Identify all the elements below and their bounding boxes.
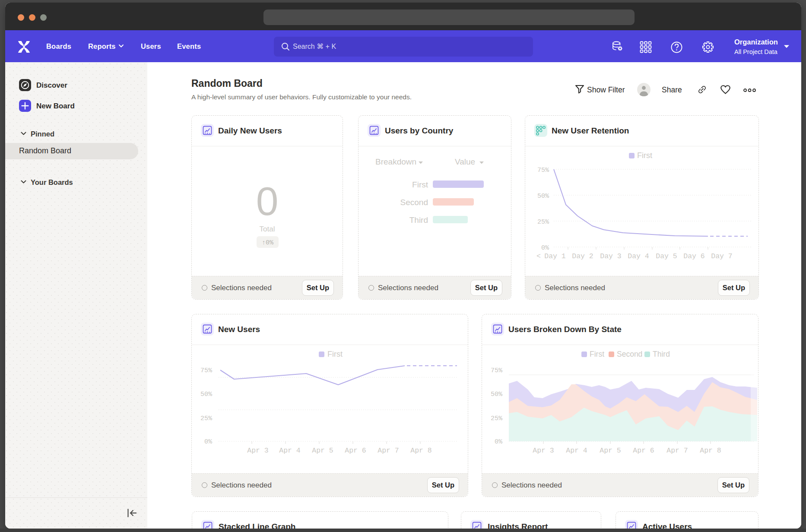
- svg-text:75%: 75%: [537, 167, 549, 174]
- svg-text:0%: 0%: [204, 438, 213, 446]
- svg-text:Apr 6: Apr 6: [345, 446, 366, 455]
- svg-text:<: <: [536, 252, 541, 260]
- svg-text:Day 3: Day 3: [600, 252, 622, 260]
- svg-text:0%: 0%: [495, 438, 503, 446]
- svg-text:Apr 7: Apr 7: [378, 446, 399, 455]
- svg-text:Day 4: Day 4: [628, 252, 649, 260]
- svg-text:Apr 5: Apr 5: [600, 446, 621, 455]
- svg-text:25%: 25%: [491, 415, 503, 422]
- svg-text:Apr 8: Apr 8: [410, 446, 432, 455]
- svg-text:Apr 7: Apr 7: [666, 446, 688, 455]
- svg-text:Day 7: Day 7: [711, 252, 733, 260]
- svg-text:Apr 4: Apr 4: [279, 446, 301, 455]
- svg-text:Second: Second: [617, 350, 642, 358]
- svg-text:50%: 50%: [491, 391, 503, 398]
- svg-text:Apr 6: Apr 6: [633, 446, 654, 455]
- svg-text:Apr 8: Apr 8: [700, 446, 721, 455]
- svg-text:25%: 25%: [200, 415, 213, 422]
- svg-text:Third: Third: [653, 350, 670, 358]
- svg-text:25%: 25%: [537, 218, 549, 226]
- svg-text:50%: 50%: [537, 193, 549, 200]
- svg-text:Day 6: Day 6: [683, 252, 705, 260]
- svg-text:Apr 3: Apr 3: [247, 446, 269, 455]
- svg-text:First: First: [637, 151, 652, 160]
- svg-text:First: First: [590, 350, 604, 358]
- svg-text:50%: 50%: [200, 391, 213, 398]
- svg-text:Apr 4: Apr 4: [566, 446, 587, 455]
- svg-text:Apr 3: Apr 3: [533, 446, 554, 455]
- svg-text:75%: 75%: [200, 367, 213, 374]
- svg-text:First: First: [327, 350, 343, 358]
- svg-text:75%: 75%: [491, 367, 503, 374]
- svg-text:Day 5: Day 5: [656, 252, 677, 260]
- svg-text:0%: 0%: [541, 244, 549, 252]
- svg-text:Apr 5: Apr 5: [312, 446, 333, 455]
- svg-text:Day 2: Day 2: [572, 252, 593, 260]
- svg-text:Day 1: Day 1: [544, 252, 566, 260]
